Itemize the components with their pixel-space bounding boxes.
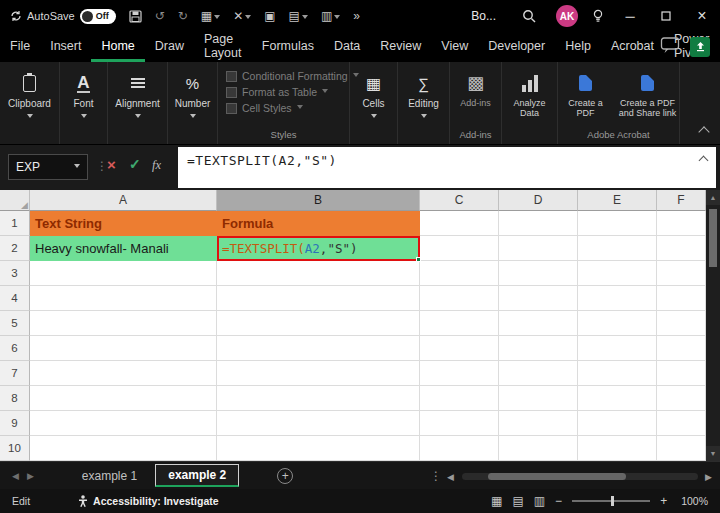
- zoom-slider-thumb[interactable]: [611, 496, 614, 506]
- hscroll-left-icon[interactable]: ◀: [447, 472, 454, 482]
- new-sheet-button[interactable]: +: [277, 468, 293, 484]
- column-header-f[interactable]: F: [657, 190, 706, 211]
- row-header-6[interactable]: 6: [0, 336, 30, 361]
- cancel-entry-button[interactable]: ×: [107, 156, 116, 173]
- conditional-formatting-button[interactable]: Conditional Formatting: [226, 70, 359, 82]
- vertical-scroll-thumb[interactable]: [709, 209, 717, 267]
- alignment-label: Alignment: [115, 98, 159, 109]
- page-layout-view-icon[interactable]: ▤: [512, 495, 523, 507]
- row-header-8[interactable]: 8: [0, 386, 30, 411]
- row-header-5[interactable]: 5: [0, 311, 30, 336]
- tab-options-icon[interactable]: ⋮: [430, 469, 442, 483]
- minimize-button[interactable]: ─: [612, 0, 648, 32]
- menu-tab-page-layout[interactable]: Page Layout: [194, 32, 252, 62]
- ribbon-group-cells[interactable]: ▦ Cells: [350, 62, 398, 144]
- cell-b1[interactable]: Formula: [217, 211, 420, 236]
- user-avatar[interactable]: AK: [556, 5, 578, 27]
- sheet-nav-left-icon[interactable]: ◀: [12, 471, 19, 481]
- menu-tab-review[interactable]: Review: [370, 32, 431, 62]
- menu-tab-acrobat[interactable]: Acrobat: [601, 32, 664, 62]
- sheet-tab-example-2[interactable]: example 2: [155, 464, 239, 487]
- horizontal-scroll-thumb[interactable]: [488, 473, 626, 480]
- zoom-out-button[interactable]: −: [555, 494, 562, 508]
- ribbon-group-analyze-data[interactable]: Analyze Data: [502, 62, 558, 144]
- create-pdf-button[interactable]: Create a PDF: [560, 71, 612, 119]
- fill-handle[interactable]: [416, 257, 421, 262]
- formula-input[interactable]: =TEXTSPLIT(A2,"S"): [178, 147, 716, 188]
- menu-tab-view[interactable]: View: [431, 32, 478, 62]
- column-header-b[interactable]: B: [217, 190, 420, 211]
- horizontal-scrollbar[interactable]: [462, 473, 698, 480]
- menu-tab-data[interactable]: Data: [324, 32, 370, 62]
- menu-tab-formulas[interactable]: Formulas: [252, 32, 324, 62]
- ribbon-group-clipboard[interactable]: Clipboard: [0, 62, 60, 144]
- sheet-tab-example-1[interactable]: example 1: [82, 469, 137, 483]
- column-header-e[interactable]: E: [578, 190, 657, 211]
- qat-delete-button[interactable]: ✕: [233, 10, 251, 22]
- menu-tab-home[interactable]: Home: [91, 32, 144, 62]
- share-button[interactable]: [690, 37, 710, 57]
- select-all-button[interactable]: ◢: [0, 190, 30, 211]
- ribbon-group-alignment[interactable]: Alignment: [108, 62, 168, 144]
- save-icon: [129, 10, 142, 23]
- scroll-down-icon[interactable]: ▼: [706, 446, 720, 461]
- close-button[interactable]: ×: [684, 0, 720, 32]
- sheet-nav-right-icon[interactable]: ▶: [27, 471, 34, 481]
- autosave-toggle[interactable]: AutoSave Off: [10, 9, 116, 24]
- name-box[interactable]: EXP: [8, 154, 88, 180]
- autosave-switch[interactable]: Off: [80, 9, 116, 24]
- cell-b2-editing[interactable]: =TEXTSPLIT(A2,"S"): [217, 236, 420, 261]
- more-commands-button[interactable]: »: [353, 10, 360, 22]
- menu-tab-draw[interactable]: Draw: [145, 32, 194, 62]
- zoom-level[interactable]: 100%: [681, 495, 708, 507]
- ribbon-group-font[interactable]: A Font: [60, 62, 108, 144]
- qat-chart-button[interactable]: ▤: [289, 10, 308, 22]
- column-header-c[interactable]: C: [420, 190, 499, 211]
- cell-a1[interactable]: Text String: [30, 211, 217, 236]
- conditional-formatting-icon: [226, 71, 237, 82]
- zoom-in-button[interactable]: +: [660, 494, 667, 508]
- ribbon-group-number[interactable]: % Number: [168, 62, 218, 144]
- undo-button[interactable]: ↺: [155, 10, 165, 22]
- format-as-table-button[interactable]: Format as Table: [226, 86, 328, 98]
- collapse-ribbon-icon[interactable]: [698, 126, 709, 137]
- ribbon-group-editing[interactable]: ∑ Editing: [398, 62, 450, 144]
- page-break-view-icon[interactable]: ▥: [534, 495, 545, 507]
- qat-image-button[interactable]: ▣: [264, 10, 275, 22]
- menu-tab-insert[interactable]: Insert: [40, 32, 91, 62]
- create-pdf-share-button[interactable]: Create a PDF and Share link: [618, 71, 678, 119]
- qat-borders-button[interactable]: ▥: [321, 10, 340, 22]
- search-button[interactable]: [522, 9, 536, 23]
- row-header-1[interactable]: 1: [0, 211, 30, 236]
- row-header-7[interactable]: 7: [0, 361, 30, 386]
- menu-tab-file[interactable]: File: [0, 32, 40, 62]
- column-header-d[interactable]: D: [499, 190, 578, 211]
- row-header-2[interactable]: 2: [0, 236, 30, 261]
- scroll-up-icon[interactable]: ▲: [706, 190, 720, 205]
- row-header-3[interactable]: 3: [0, 261, 30, 286]
- menu-tab-help[interactable]: Help: [555, 32, 601, 62]
- vertical-scrollbar[interactable]: ▲ ▼: [706, 190, 720, 461]
- hscroll-right-icon[interactable]: ▶: [705, 472, 712, 482]
- ideas-button[interactable]: [592, 9, 604, 23]
- normal-view-icon[interactable]: ▦: [491, 495, 502, 507]
- comments-button[interactable]: [660, 36, 680, 57]
- row-header-4[interactable]: 4: [0, 286, 30, 311]
- zoom-slider[interactable]: [572, 500, 650, 502]
- addins-group-label: Add-ins: [450, 129, 501, 140]
- confirm-entry-button[interactable]: ✓: [129, 156, 141, 172]
- maximize-button[interactable]: [648, 0, 684, 32]
- insert-function-button[interactable]: fx: [152, 158, 161, 173]
- cell-a2[interactable]: Heavy snowfall- Manali: [30, 236, 217, 261]
- redo-button[interactable]: ↻: [178, 10, 188, 22]
- qat-table-button[interactable]: ▦: [201, 10, 220, 22]
- row-header-9[interactable]: 9: [0, 411, 30, 436]
- menu-tab-developer[interactable]: Developer: [478, 32, 555, 62]
- column-header-a[interactable]: A: [30, 190, 217, 211]
- save-button[interactable]: [129, 10, 142, 23]
- accessibility-checker[interactable]: Accessibility: Investigate: [78, 495, 218, 507]
- row-header-10[interactable]: 10: [0, 436, 30, 461]
- ribbon-group-addins[interactable]: ▩ Add-ins Add-ins: [450, 62, 502, 144]
- collapse-formula-bar-icon[interactable]: [699, 156, 709, 166]
- cell-styles-button[interactable]: Cell Styles: [226, 102, 303, 114]
